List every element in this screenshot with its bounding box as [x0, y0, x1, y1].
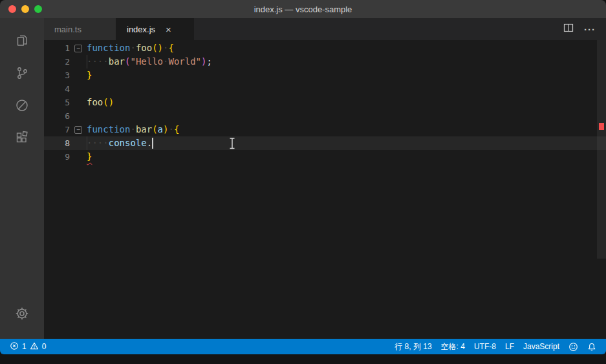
vertical-scrollbar[interactable]	[597, 40, 606, 259]
error-count: 1	[22, 342, 27, 351]
status-bar-right: 行 8, 列 13 空格: 4 UTF-8 LF JavaScript	[391, 341, 600, 352]
language-mode[interactable]: JavaScript	[520, 342, 563, 351]
code-text: }	[87, 69, 92, 82]
problems-indicator[interactable]: 1 0	[6, 339, 49, 354]
fold-gutter	[70, 150, 87, 164]
code-line[interactable]: 2····bar("Hello·World");	[44, 55, 606, 69]
editor-lines: 1−function·foo()·{2····bar("Hello·World"…	[44, 41, 606, 164]
error-icon	[10, 341, 19, 352]
line-number: 3	[44, 69, 70, 82]
fold-gutter	[70, 55, 87, 69]
fold-gutter	[70, 82, 87, 96]
more-actions-icon[interactable]: ···	[584, 24, 596, 35]
line-number: 7	[44, 123, 70, 136]
code-line[interactable]: 1−function·foo()·{	[44, 41, 606, 55]
window-bottom-edge	[0, 354, 606, 364]
tab-label: main.ts	[54, 25, 81, 34]
eol-setting[interactable]: LF	[502, 342, 517, 351]
code-line[interactable]: 5foo()	[44, 96, 606, 109]
editor-actions: ···	[553, 18, 606, 40]
tab-label: index.js	[127, 25, 155, 34]
cursor-position[interactable]: 行 8, 列 13	[391, 341, 435, 352]
main-area: main.ts index.js × ···	[0, 18, 606, 339]
status-bar: 1 0 行 8, 列 13 空格: 4 UTF-8 LF JavaScript	[0, 339, 606, 354]
source-control-icon[interactable]	[6, 57, 38, 89]
code-text: }	[87, 150, 92, 164]
feedback-smiley-icon[interactable]	[565, 342, 581, 352]
split-editor-icon[interactable]	[563, 23, 574, 36]
minimize-window-button[interactable]	[21, 5, 29, 13]
code-line[interactable]: 6	[44, 109, 606, 123]
title-bar: index.js — vscode-sample	[0, 0, 606, 18]
encoding-setting[interactable]: UTF-8	[471, 342, 499, 351]
settings-gear-icon[interactable]	[6, 297, 38, 330]
code-text: function·bar(a)·{	[87, 123, 179, 136]
code-line[interactable]: 8····console.	[44, 136, 606, 150]
line-number: 1	[44, 41, 70, 55]
overview-ruler-error-marker	[599, 123, 604, 130]
tab-bar: main.ts index.js × ···	[44, 18, 606, 40]
traffic-lights	[8, 5, 42, 13]
line-number: 5	[44, 96, 70, 109]
code-line[interactable]: 9}	[44, 150, 606, 164]
code-text: function·foo()·{	[87, 41, 174, 55]
line-number: 6	[44, 109, 70, 123]
debug-disabled-icon[interactable]	[6, 89, 38, 122]
editor-group: main.ts index.js × ···	[44, 18, 606, 339]
line-number: 2	[44, 55, 70, 69]
code-line[interactable]: 7−function·bar(a)·{	[44, 123, 606, 136]
extensions-icon[interactable]	[6, 122, 38, 154]
tab-main-ts[interactable]: main.ts	[44, 18, 116, 40]
fold-collapse-icon[interactable]: −	[70, 41, 87, 55]
code-text: ····bar("Hello·World");	[87, 55, 212, 69]
fold-gutter	[70, 96, 87, 109]
code-line[interactable]: 3}	[44, 69, 606, 82]
fold-gutter	[70, 136, 87, 150]
line-number: 8	[44, 136, 70, 150]
close-window-button[interactable]	[8, 5, 16, 13]
text-caret	[152, 138, 153, 149]
fold-gutter	[70, 109, 87, 123]
zoom-window-button[interactable]	[34, 5, 42, 13]
code-editor[interactable]: 1−function·foo()·{2····bar("Hello·World"…	[44, 40, 606, 339]
vscode-window: index.js — vscode-sample	[0, 0, 606, 364]
notifications-bell-icon[interactable]	[584, 342, 600, 352]
warning-icon	[30, 341, 39, 352]
close-tab-icon[interactable]: ×	[166, 25, 171, 34]
mouse-ibeam-cursor	[229, 138, 235, 151]
explorer-icon[interactable]	[6, 25, 38, 57]
activity-bar	[0, 18, 44, 339]
code-text: ····console.	[87, 136, 153, 150]
tab-index-js[interactable]: index.js ×	[116, 18, 194, 40]
window-title: index.js — vscode-sample	[254, 5, 352, 14]
line-number: 9	[44, 150, 70, 164]
fold-collapse-icon[interactable]: −	[70, 123, 87, 136]
code-text: foo()	[87, 96, 114, 109]
code-line[interactable]: 4	[44, 82, 606, 96]
warning-count: 0	[42, 342, 47, 351]
indentation-setting[interactable]: 空格: 4	[438, 341, 468, 352]
line-number: 4	[44, 82, 70, 96]
fold-gutter	[70, 69, 87, 82]
